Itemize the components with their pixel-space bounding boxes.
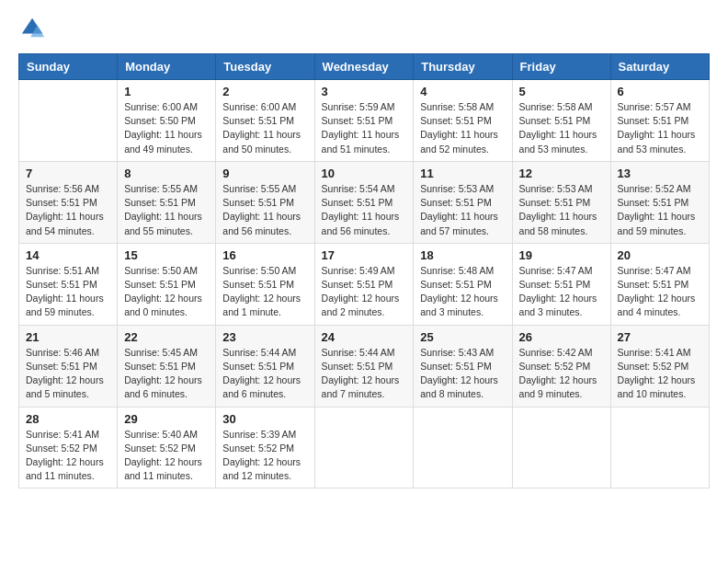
day-number: 7 [26, 167, 110, 180]
day-number: 3 [322, 85, 407, 98]
calendar-cell: 14Sunrise: 5:51 AMSunset: 5:51 PMDayligh… [19, 243, 118, 325]
calendar-cell: 8Sunrise: 5:55 AMSunset: 5:51 PMDaylight… [118, 161, 216, 243]
calendar-cell: 30Sunrise: 5:39 AMSunset: 5:52 PMDayligh… [216, 407, 314, 488]
calendar-cell [414, 407, 512, 488]
calendar-cell: 29Sunrise: 5:40 AMSunset: 5:52 PMDayligh… [118, 407, 216, 488]
day-info: Sunrise: 5:55 AMSunset: 5:51 PMDaylight:… [222, 182, 307, 238]
day-info: Sunrise: 5:40 AMSunset: 5:52 PMDaylight:… [124, 428, 209, 484]
day-info: Sunrise: 5:59 AMSunset: 5:51 PMDaylight:… [322, 100, 407, 156]
day-number: 30 [222, 412, 307, 426]
day-number: 2 [222, 85, 307, 98]
day-info: Sunrise: 5:44 AMSunset: 5:51 PMDaylight:… [222, 346, 307, 402]
day-number: 24 [322, 330, 407, 344]
calendar-cell [314, 407, 414, 488]
day-info: Sunrise: 5:47 AMSunset: 5:51 PMDaylight:… [519, 264, 604, 320]
day-info: Sunrise: 5:45 AMSunset: 5:51 PMDaylight:… [124, 346, 209, 402]
day-info: Sunrise: 6:00 AMSunset: 5:51 PMDaylight:… [222, 100, 307, 156]
day-number: 13 [618, 167, 702, 180]
calendar-cell: 19Sunrise: 5:47 AMSunset: 5:51 PMDayligh… [512, 243, 610, 325]
calendar-cell: 12Sunrise: 5:53 AMSunset: 5:51 PMDayligh… [512, 161, 610, 243]
calendar-cell: 26Sunrise: 5:42 AMSunset: 5:52 PMDayligh… [512, 325, 610, 407]
weekday-header-wednesday: Wednesday [314, 54, 414, 80]
calendar-cell: 17Sunrise: 5:49 AMSunset: 5:51 PMDayligh… [314, 243, 414, 325]
day-info: Sunrise: 5:54 AMSunset: 5:51 PMDaylight:… [322, 182, 407, 238]
day-number: 29 [124, 412, 209, 426]
day-number: 26 [519, 330, 604, 344]
day-info: Sunrise: 5:58 AMSunset: 5:51 PMDaylight:… [420, 100, 505, 156]
logo [18, 18, 46, 44]
calendar-cell: 3Sunrise: 5:59 AMSunset: 5:51 PMDaylight… [314, 80, 414, 162]
day-number: 21 [26, 330, 110, 344]
logo-icon [20, 15, 46, 40]
calendar-cell: 21Sunrise: 5:46 AMSunset: 5:51 PMDayligh… [19, 325, 118, 407]
calendar-cell: 5Sunrise: 5:58 AMSunset: 5:51 PMDaylight… [512, 80, 610, 162]
calendar-cell: 20Sunrise: 5:47 AMSunset: 5:51 PMDayligh… [610, 243, 709, 325]
day-number: 27 [618, 330, 702, 344]
calendar-cell: 6Sunrise: 5:57 AMSunset: 5:51 PMDaylight… [610, 80, 709, 162]
day-info: Sunrise: 5:48 AMSunset: 5:51 PMDaylight:… [420, 264, 505, 320]
day-number: 1 [124, 85, 209, 98]
weekday-header-thursday: Thursday [414, 54, 512, 80]
day-number: 4 [420, 85, 505, 98]
weekday-header-row: SundayMondayTuesdayWednesdayThursdayFrid… [19, 54, 710, 80]
day-info: Sunrise: 5:58 AMSunset: 5:51 PMDaylight:… [519, 100, 604, 156]
calendar-cell: 10Sunrise: 5:54 AMSunset: 5:51 PMDayligh… [314, 161, 414, 243]
day-number: 5 [519, 85, 604, 98]
calendar-cell: 27Sunrise: 5:41 AMSunset: 5:52 PMDayligh… [610, 325, 709, 407]
day-number: 22 [124, 330, 209, 344]
day-info: Sunrise: 5:41 AMSunset: 5:52 PMDaylight:… [618, 346, 702, 402]
day-number: 23 [222, 330, 307, 344]
calendar-cell [19, 80, 118, 162]
page-header [18, 18, 710, 44]
calendar-cell: 13Sunrise: 5:52 AMSunset: 5:51 PMDayligh… [610, 161, 709, 243]
weekday-header-sunday: Sunday [19, 54, 118, 80]
calendar-cell: 2Sunrise: 6:00 AMSunset: 5:51 PMDaylight… [216, 80, 314, 162]
calendar-cell: 7Sunrise: 5:56 AMSunset: 5:51 PMDaylight… [19, 161, 118, 243]
day-info: Sunrise: 5:43 AMSunset: 5:51 PMDaylight:… [420, 346, 505, 402]
calendar-cell: 22Sunrise: 5:45 AMSunset: 5:51 PMDayligh… [118, 325, 216, 407]
calendar-cell [610, 407, 709, 488]
day-number: 19 [519, 248, 604, 262]
calendar-week-row: 7Sunrise: 5:56 AMSunset: 5:51 PMDaylight… [19, 161, 710, 243]
calendar-week-row: 21Sunrise: 5:46 AMSunset: 5:51 PMDayligh… [19, 325, 710, 407]
calendar-cell: 23Sunrise: 5:44 AMSunset: 5:51 PMDayligh… [216, 325, 314, 407]
calendar-cell: 18Sunrise: 5:48 AMSunset: 5:51 PMDayligh… [414, 243, 512, 325]
day-number: 15 [124, 248, 209, 262]
day-number: 9 [222, 167, 307, 180]
calendar-week-row: 1Sunrise: 6:00 AMSunset: 5:50 PMDaylight… [19, 80, 710, 162]
day-number: 6 [618, 85, 702, 98]
calendar-cell: 1Sunrise: 6:00 AMSunset: 5:50 PMDaylight… [118, 80, 216, 162]
day-info: Sunrise: 5:52 AMSunset: 5:51 PMDaylight:… [618, 182, 702, 238]
day-info: Sunrise: 5:53 AMSunset: 5:51 PMDaylight:… [420, 182, 505, 238]
calendar-cell: 28Sunrise: 5:41 AMSunset: 5:52 PMDayligh… [19, 407, 118, 488]
day-info: Sunrise: 5:41 AMSunset: 5:52 PMDaylight:… [26, 428, 110, 484]
day-info: Sunrise: 5:50 AMSunset: 5:51 PMDaylight:… [124, 264, 209, 320]
calendar-cell: 16Sunrise: 5:50 AMSunset: 5:51 PMDayligh… [216, 243, 314, 325]
day-number: 17 [322, 248, 407, 262]
day-number: 18 [420, 248, 505, 262]
day-number: 28 [26, 412, 110, 426]
day-info: Sunrise: 5:47 AMSunset: 5:51 PMDaylight:… [618, 264, 702, 320]
calendar-week-row: 28Sunrise: 5:41 AMSunset: 5:52 PMDayligh… [19, 407, 710, 488]
day-number: 14 [26, 248, 110, 262]
day-info: Sunrise: 5:55 AMSunset: 5:51 PMDaylight:… [124, 182, 209, 238]
day-info: Sunrise: 5:53 AMSunset: 5:51 PMDaylight:… [519, 182, 604, 238]
day-number: 25 [420, 330, 505, 344]
day-info: Sunrise: 5:42 AMSunset: 5:52 PMDaylight:… [519, 346, 604, 402]
weekday-header-monday: Monday [118, 54, 216, 80]
weekday-header-saturday: Saturday [610, 54, 709, 80]
weekday-header-friday: Friday [512, 54, 610, 80]
day-number: 11 [420, 167, 505, 180]
day-number: 12 [519, 167, 604, 180]
calendar-cell: 11Sunrise: 5:53 AMSunset: 5:51 PMDayligh… [414, 161, 512, 243]
calendar-table: SundayMondayTuesdayWednesdayThursdayFrid… [18, 53, 710, 488]
day-info: Sunrise: 5:50 AMSunset: 5:51 PMDaylight:… [222, 264, 307, 320]
day-number: 10 [322, 167, 407, 180]
day-info: Sunrise: 5:56 AMSunset: 5:51 PMDaylight:… [26, 182, 110, 238]
day-info: Sunrise: 5:49 AMSunset: 5:51 PMDaylight:… [322, 264, 407, 320]
calendar-cell: 9Sunrise: 5:55 AMSunset: 5:51 PMDaylight… [216, 161, 314, 243]
day-number: 16 [222, 248, 307, 262]
weekday-header-tuesday: Tuesday [216, 54, 314, 80]
calendar-cell [512, 407, 610, 488]
day-info: Sunrise: 5:46 AMSunset: 5:51 PMDaylight:… [26, 346, 110, 402]
